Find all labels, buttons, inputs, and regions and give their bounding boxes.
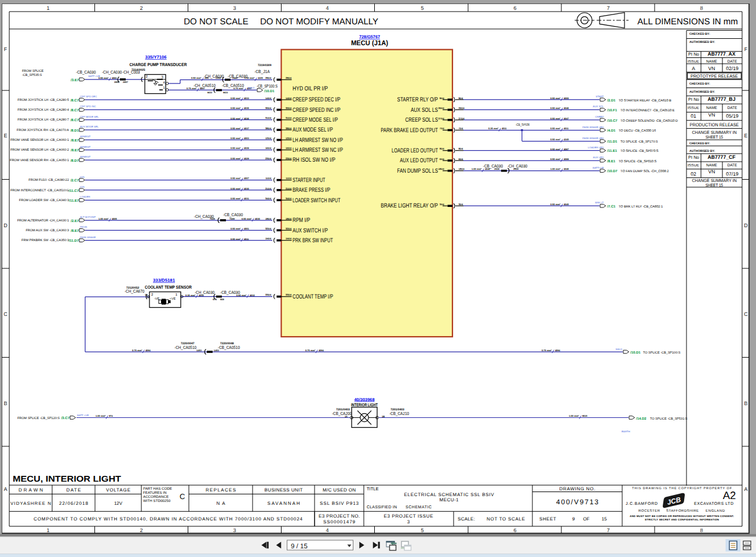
svg-text:0.50 mm²: 0.50 mm² <box>231 197 241 200</box>
svg-text:AUX MODE SEL I/P: AUX MODE SEL I/P <box>293 126 333 133</box>
svg-text:4007: 4007 <box>244 177 250 180</box>
svg-text:FROM JOYSTICK LH -CB_CA280:5: FROM JOYSTICK LH -CB_CA280:5 <box>17 99 69 102</box>
svg-text:HYD OIL PR I/P: HYD OIL PR I/P <box>293 85 328 92</box>
svg-text:LOADER LED: LOADER LED <box>588 146 604 149</box>
svg-text:STAFFORDSHIRE: STAFFORDSHIRE <box>666 509 699 513</box>
svg-text:9D4: 9D4 <box>459 97 463 100</box>
svg-text:1A: 1A <box>345 415 348 418</box>
svg-text:/4.D1: /4.D1 <box>607 129 616 133</box>
svg-text:IND49: IND49 <box>80 225 87 228</box>
svg-text:33D4: 33D4 <box>265 293 272 296</box>
svg-text:12D4: 12D4 <box>265 137 272 140</box>
svg-text:D: D <box>744 223 748 228</box>
svg-text:SSL BSIV P913: SSL BSIV P913 <box>320 501 359 506</box>
svg-text:7029: 7029 <box>210 217 216 220</box>
svg-text:/14.D2: /14.D2 <box>636 417 647 421</box>
svg-text:REPLACES: REPLACES <box>206 487 236 493</box>
svg-text:31D4: 31D4 <box>286 117 292 119</box>
svg-text:CREEP MODE SEL I/P: CREEP MODE SEL I/P <box>293 117 338 123</box>
svg-text:AUTHORISED BY:: AUTHORISED BY: <box>689 150 715 153</box>
svg-text:0.50 mm²: 0.50 mm² <box>550 158 561 161</box>
svg-text:8: 8 <box>700 5 703 11</box>
svg-text:M/C USED ON: M/C USED ON <box>323 487 356 493</box>
svg-text:FROM JOYSTICK RH -CB_CA070:A: FROM JOYSTICK RH -CB_CA070:A <box>17 129 69 132</box>
svg-text:FROM JOYSTICK LH -CB_CA280:4: FROM JOYSTICK LH -CB_CA280:4 <box>17 108 69 112</box>
svg-text:7D4: 7D4 <box>459 127 463 130</box>
svg-text:COOLANT TEMP I/P: COOLANT TEMP I/P <box>293 293 333 300</box>
svg-text:SCALE:: SCALE: <box>458 516 475 522</box>
svg-text:AUX SWITCH I/P: AUX SWITCH I/P <box>293 227 328 234</box>
svg-text:4031: 4031 <box>244 197 250 200</box>
svg-text:-CH_C003: -CH_C003 <box>122 70 140 75</box>
svg-text:LOADER: LOADER <box>80 195 90 198</box>
svg-text:/10.D7: /10.D7 <box>607 169 618 173</box>
svg-text:18D4: 18D4 <box>438 168 444 170</box>
svg-text:1.00 mm²: 1.00 mm² <box>550 168 561 170</box>
svg-text:MECU (J1A): MECU (J1A) <box>351 39 388 47</box>
svg-text:0.35 mm²: 0.35 mm² <box>488 127 499 130</box>
svg-text:335/Y7106: 335/Y7106 <box>145 54 167 60</box>
svg-text:30D4: 30D4 <box>286 107 292 110</box>
svg-text:4011: 4011 <box>564 127 569 130</box>
svg-text:D: D <box>3 223 8 228</box>
svg-text:974: 974 <box>109 414 113 417</box>
svg-text:NAME: NAME <box>706 163 717 168</box>
svg-text:14D4: 14D4 <box>265 97 272 100</box>
svg-text:0.50 mm²: 0.50 mm² <box>236 294 247 297</box>
svg-text:PARK BRAKE: PARK BRAKE <box>80 236 96 239</box>
svg-text:LH ARMREST SW NC I/P: LH ARMREST SW NC I/P <box>293 147 343 154</box>
svg-text:4001: 4001 <box>244 227 250 230</box>
svg-text:-CB_CA030: -CB_CA030 <box>223 212 243 217</box>
svg-text:SHLD: SHLD <box>248 86 254 89</box>
svg-text:3D4: 3D4 <box>440 203 444 206</box>
svg-text:15D4: 15D4 <box>265 237 272 240</box>
svg-text:8: 8 <box>700 527 703 533</box>
svg-text:2809: 2809 <box>114 81 120 83</box>
svg-text:33D4: 33D4 <box>286 293 292 296</box>
svg-text:PROTOTYPE RELEASE: PROTOTYPE RELEASE <box>691 74 738 79</box>
svg-text:9 / 15: 9 / 15 <box>291 543 308 550</box>
svg-text:A: A <box>3 486 7 492</box>
svg-text:MECU, INTERIOR LIGHT: MECU, INTERIOR LIGHT <box>13 475 121 484</box>
svg-text:FROM VANE SENSOR LH -CB_CA060: FROM VANE SENSOR LH -CB_CA060:1 <box>10 139 69 142</box>
svg-text:BATT +VE: BATT +VE <box>77 414 89 417</box>
svg-text:400/V9713: 400/V9713 <box>556 498 598 506</box>
svg-text:COOLANT TEMP SENSOR: COOLANT TEMP SENSOR <box>145 285 192 290</box>
svg-text:2209: 2209 <box>216 77 221 79</box>
svg-text:9D4: 9D4 <box>440 97 444 100</box>
svg-text:4028: 4028 <box>244 147 250 150</box>
svg-text:1453: 1453 <box>196 349 202 352</box>
svg-text:EARTH: EARTH <box>622 430 630 433</box>
svg-text:FROM INTERCONNECT -CB_CA0510:: FROM INTERCONNECT -CB_CA0510:G <box>10 189 69 192</box>
svg-text:DATE: DATE <box>728 106 738 110</box>
svg-text:0.50 mm²: 0.50 mm² <box>550 138 561 141</box>
svg-text:C: C <box>744 311 748 317</box>
svg-text:14D4: 14D4 <box>286 97 292 100</box>
svg-text:THIS DRAWING IS THE COPYRIGHT: THIS DRAWING IS THE COPYRIGHT PROPERTY O… <box>632 487 732 490</box>
svg-text:0.75 mm²: 0.75 mm² <box>233 87 244 90</box>
svg-text:CHECKED BY:: CHECKED BY: <box>689 32 710 36</box>
svg-text:FROM VANE SENSOR LH -CB_CA060: FROM VANE SENSOR LH -CB_CA060:2 <box>10 148 69 152</box>
svg-text:0.75 mm²: 0.75 mm² <box>305 349 316 352</box>
svg-text:CLASSIFIED IN: CLASSIFIED IN <box>367 505 397 509</box>
svg-text:NAME: NAME <box>706 60 717 64</box>
svg-text:02/19: 02/19 <box>726 65 739 71</box>
svg-text:A95: A95 <box>204 77 209 79</box>
svg-text:4: 4 <box>326 527 328 533</box>
svg-text:/10.C7: /10.C7 <box>607 119 618 123</box>
svg-text:0.75 mm²: 0.75 mm² <box>187 87 197 90</box>
svg-text:4005: 4005 <box>112 217 118 220</box>
svg-text:PRODUCTION RELEASE: PRODUCTION RELEASE <box>690 122 739 128</box>
svg-text:6D4: 6D4 <box>440 158 444 161</box>
svg-text:/8.C7: /8.C7 <box>71 99 79 103</box>
svg-text:02: 02 <box>691 171 696 177</box>
svg-text:4003: 4003 <box>244 137 250 140</box>
svg-text:4105: 4105 <box>258 77 264 79</box>
svg-text:29D4: 29D4 <box>286 77 292 79</box>
svg-text:32D4: 32D4 <box>286 227 292 230</box>
svg-text:BRAKE PRESS I/P: BRAKE PRESS I/P <box>293 187 330 194</box>
svg-text:/10.D1: /10.D1 <box>264 89 275 93</box>
svg-text:TO CREEP SOLENOID -CB_CA0510:D: TO CREEP SOLENOID -CB_CA0510:D <box>620 119 678 123</box>
svg-text:RPM I/P: RPM I/P <box>293 217 310 224</box>
svg-text:8D4: 8D4 <box>440 147 444 150</box>
